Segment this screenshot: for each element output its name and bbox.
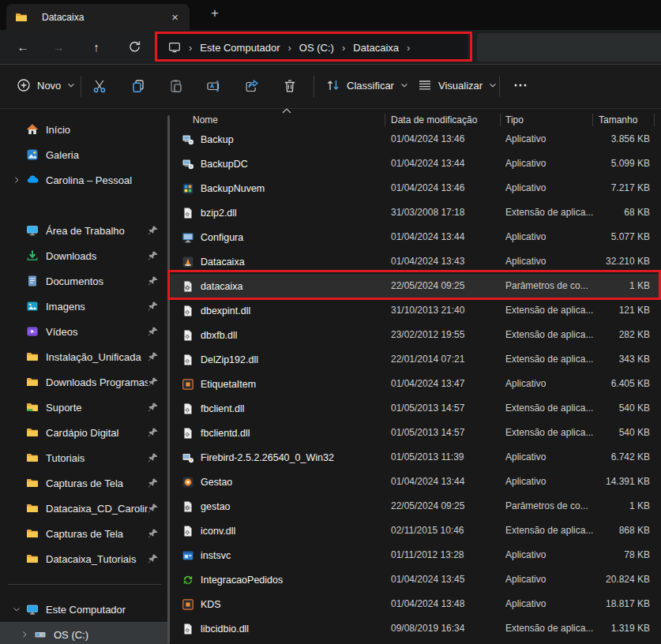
chevron-right-icon[interactable]: ›: [406, 42, 411, 54]
sort-button-label: Classificar: [347, 80, 394, 92]
file-row[interactable]: Gestao01/04/2024 13:44Aplicativo14.391 K…: [170, 470, 661, 494]
file-row[interactable]: Backup01/04/2024 13:46Aplicativo3.856 KB: [170, 127, 661, 152]
file-name: Datacaixa: [201, 256, 245, 268]
sidebar-item[interactable]: Tutoriais: [0, 445, 167, 470]
column-header-date[interactable]: Data de modificação: [391, 114, 477, 125]
close-tab-icon[interactable]: ×: [168, 11, 182, 23]
file-row[interactable]: fbclientd.dll01/05/2013 14:57Extensão de…: [170, 421, 661, 445]
sidebar-item[interactable]: Datacaixa_Tutoriais: [0, 546, 167, 571]
file-row[interactable]: instsvc01/11/2012 13:28Aplicativo78 KB: [170, 543, 661, 567]
sidebar-item[interactable]: Downloads Programas: [0, 369, 167, 395]
new-button-label: Novo: [37, 80, 61, 92]
chevron-down-icon[interactable]: [8, 605, 25, 613]
file-row[interactable]: gestao22/05/2024 09:25Parâmetros de co..…: [170, 494, 661, 519]
sidebar-item[interactable]: OS (C:): [0, 622, 167, 644]
chevron-right-icon[interactable]: [8, 176, 25, 184]
column-header-size[interactable]: Tamanho: [599, 114, 637, 125]
file-row[interactable]: BackupDC01/04/2024 13:44Aplicativo5.099 …: [170, 152, 661, 176]
file-row[interactable]: bzip2.dll31/03/2008 17:18Extensão de apl…: [170, 200, 661, 225]
file-type: Extensão de aplica...: [505, 347, 608, 372]
file-name-cell: libcidbio.dll: [181, 616, 249, 641]
refresh-button[interactable]: [125, 38, 144, 57]
sidebar-item[interactable]: Início: [0, 117, 167, 142]
sidebar-item[interactable]: Datacaixa_CD_Carolina: [0, 496, 167, 521]
file-name-cell: fbclientd.dll: [181, 421, 250, 445]
sidebar-item-label: Galeria: [46, 149, 161, 161]
sidebar-item[interactable]: Este Computador: [0, 597, 167, 622]
sidebar-pinned-section: Área de TrabalhoDownloadsDocumentosImage…: [0, 218, 167, 571]
sidebar-item[interactable]: Suporte: [0, 395, 167, 420]
column-divider[interactable]: [592, 114, 593, 126]
file-row[interactable]: dbexpint.dll31/10/2013 21:40Extensão de …: [170, 298, 661, 323]
share-button[interactable]: [244, 78, 261, 95]
column-divider[interactable]: [500, 114, 501, 126]
file-size: 540 KB: [619, 396, 650, 421]
column-divider[interactable]: [654, 114, 655, 126]
file-size: 6.405 KB: [611, 372, 650, 396]
delete-button[interactable]: [282, 78, 299, 95]
file-gestao-icon: [181, 475, 194, 489]
sidebar-item[interactable]: Downloads: [0, 243, 167, 268]
copy-button[interactable]: [130, 78, 148, 95]
sidebar-item[interactable]: Imagens: [0, 294, 167, 319]
up-button[interactable]: ↑: [87, 38, 106, 57]
sidebar-item[interactable]: Cardápio Digital: [0, 420, 167, 445]
tab-datacaixa[interactable]: Datacaixa ×: [6, 4, 190, 30]
download-icon: [25, 249, 39, 263]
sort-button[interactable]: Classificar: [325, 77, 409, 93]
sidebar-item[interactable]: Instalação_Unificada: [0, 344, 167, 369]
rename-button[interactable]: [206, 78, 223, 95]
file-row[interactable]: fbclient.dll01/05/2013 14:57Extensão de …: [170, 396, 661, 421]
sidebar-item[interactable]: Área de Trabalho: [0, 218, 167, 243]
file-row[interactable]: Firebird-2.5.2.26540_0_Win3201/05/2013 1…: [170, 445, 661, 470]
more-options-button[interactable]: [512, 77, 529, 93]
file-type: Aplicativo: [505, 592, 608, 616]
sidebar-item[interactable]: Capturas de Tela: [0, 470, 167, 496]
file-name-cell: gestao: [181, 494, 231, 519]
file-type: Aplicativo: [505, 567, 608, 592]
cut-button[interactable]: [92, 78, 109, 95]
file-row[interactable]: KDS01/04/2024 13:48Aplicativo18.817 KB: [170, 592, 661, 616]
file-type: Aplicativo: [505, 152, 608, 176]
new-tab-button[interactable]: +: [205, 6, 224, 21]
file-row[interactable]: dbxfb.dll23/02/2012 19:55Extensão de apl…: [170, 323, 661, 347]
file-row[interactable]: iconv.dll02/11/2015 10:46Extensão de apl…: [170, 519, 661, 543]
sidebar-item-label: Capturas de Tela: [46, 477, 148, 489]
file-type: Extensão de aplica...: [505, 616, 608, 641]
view-button[interactable]: Visualizar: [417, 77, 498, 93]
file-row[interactable]: datacaixa22/05/2024 09:25Parâmetros de c…: [170, 274, 661, 298]
breadcrumb-item[interactable]: Este Computador: [193, 42, 287, 54]
file-date: 01/04/2024 13:43: [391, 249, 464, 274]
sidebar-item[interactable]: Documentos: [0, 268, 167, 294]
column-divider[interactable]: [385, 114, 385, 126]
sidebar-item[interactable]: Capturas de Tela: [0, 521, 167, 546]
chevron-right-icon[interactable]: [16, 631, 33, 638]
sidebar-item[interactable]: Galeria: [0, 142, 167, 167]
file-row[interactable]: IntegracaoPedidos01/04/2024 13:45Aplicat…: [170, 567, 661, 592]
file-row[interactable]: libcidbio.dll09/08/2019 16:34Extensão de…: [170, 616, 661, 641]
column-header-name[interactable]: Nome: [193, 114, 218, 125]
file-row[interactable]: EtiquetaItem01/04/2024 13:47Aplicativo6.…: [170, 372, 661, 396]
file-date: 22/05/2024 09:25: [391, 494, 464, 519]
sidebar-tree-section: Este ComputadorOS (C:): [0, 597, 167, 644]
file-name-cell: KDS: [181, 592, 221, 616]
file-row[interactable]: DelZip192.dll22/01/2014 07:21Extensão de…: [170, 347, 661, 372]
search-box[interactable]: [477, 33, 661, 62]
breadcrumb-item[interactable]: OS (C:): [292, 42, 341, 54]
file-name: BackupNuvem: [201, 183, 265, 194]
file-row[interactable]: BackupNuvem01/04/2024 13:46Aplicativo7.2…: [170, 176, 661, 200]
file-row[interactable]: Datacaixa01/04/2024 13:43Aplicativo32.21…: [170, 249, 661, 274]
sidebar-item[interactable]: Carolina – Pessoal: [0, 167, 167, 193]
sidebar-item[interactable]: Vídeos: [0, 319, 167, 344]
file-date: 01/04/2024 13:45: [391, 567, 464, 592]
back-button[interactable]: ←: [13, 38, 32, 57]
paste-button[interactable]: [168, 78, 186, 95]
file-config-icon: [181, 279, 194, 293]
file-row[interactable]: Configura01/04/2024 13:44Aplicativo5.077…: [170, 225, 661, 249]
folder-sync-icon: [25, 401, 39, 414]
breadcrumb-item[interactable]: Datacaixa: [346, 42, 406, 54]
file-date: 01/04/2024 13:48: [391, 592, 464, 616]
column-header-type[interactable]: Tipo: [505, 114, 524, 125]
new-button[interactable]: Novo: [16, 77, 76, 93]
file-name: IntegracaoPedidos: [201, 575, 283, 586]
